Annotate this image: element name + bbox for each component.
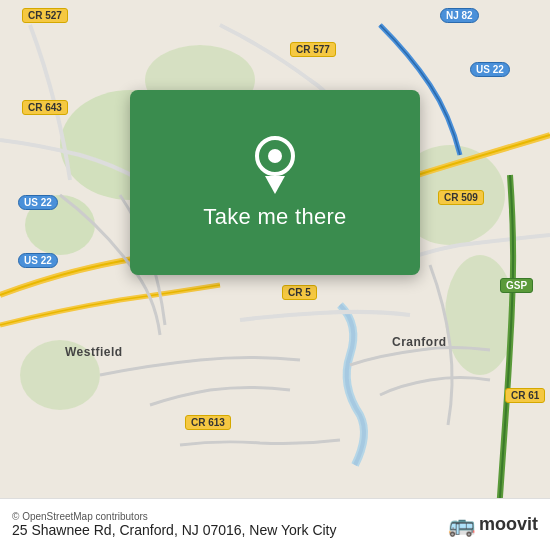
pin-tail (265, 176, 285, 194)
road-badge-us22-top: US 22 (470, 62, 510, 77)
road-badge-cr613: CR 613 (185, 415, 231, 430)
moovit-logo[interactable]: 🚌 moovit (448, 512, 538, 538)
address-text: 25 Shawnee Rd, Cranford, NJ 07016, New Y… (12, 522, 337, 538)
city-label-cranford: Cranford (392, 335, 447, 349)
road-badge-us22-mid: US 22 (18, 195, 58, 210)
road-badge-gsp: GSP (500, 278, 533, 293)
road-badge-nj82: NJ 82 (440, 8, 479, 23)
osm-credit: © OpenStreetMap contributors (12, 511, 337, 522)
map-container: CR 527 NJ 82 CR 577 US 22 CR 509 CR 643 … (0, 0, 550, 550)
location-card: Take me there (130, 90, 420, 275)
road-badge-cr577: CR 577 (290, 42, 336, 57)
moovit-icon: 🚌 (448, 512, 475, 538)
pin-circle (255, 136, 295, 176)
road-badge-cr527: CR 527 (22, 8, 68, 23)
road-badge-cr509: CR 509 (438, 190, 484, 205)
road-badge-us22-low: US 22 (18, 253, 58, 268)
moovit-text: moovit (479, 514, 538, 535)
location-pin-icon (251, 136, 299, 194)
road-badge-cr5: CR 5 (282, 285, 317, 300)
bottom-bar: © OpenStreetMap contributors 25 Shawnee … (0, 498, 550, 550)
address-section: © OpenStreetMap contributors 25 Shawnee … (12, 511, 337, 538)
svg-point-5 (445, 255, 515, 375)
take-me-there-button[interactable]: Take me there (203, 204, 346, 230)
road-badge-cr643: CR 643 (22, 100, 68, 115)
road-badge-cr61: CR 61 (505, 388, 545, 403)
city-label-westfield: Westfield (65, 345, 123, 359)
